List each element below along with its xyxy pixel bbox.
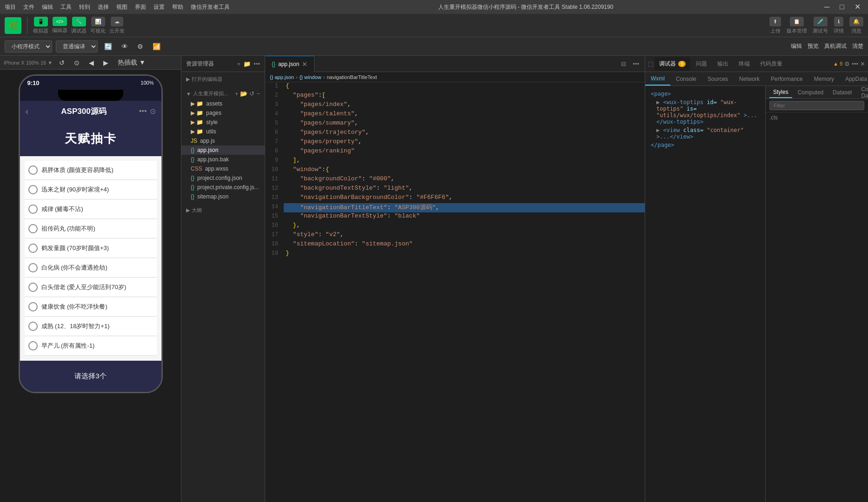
styles-tab-dataset[interactable]: Dataset bbox=[829, 87, 855, 98]
subtab-wxml[interactable]: Wxml bbox=[645, 73, 670, 86]
folder-assets[interactable]: ▶ 📁 assets bbox=[181, 99, 265, 108]
file-tree-actions[interactable]: + 📁 ••• bbox=[237, 60, 260, 67]
menu-item-settings[interactable]: 设置 bbox=[154, 3, 165, 11]
tab-realtest[interactable]: 真机调试 bbox=[824, 42, 847, 50]
file-app-json-bak[interactable]: {} app.json.bak bbox=[181, 155, 265, 164]
phone-radio-6[interactable] bbox=[28, 283, 38, 292]
message-button[interactable]: 🔔 bbox=[849, 17, 863, 26]
file-project-config[interactable]: {} project.config.json bbox=[181, 173, 265, 183]
devtools-tab-terminal[interactable]: 终端 bbox=[734, 57, 754, 71]
line-content[interactable]: "pages":[ bbox=[284, 92, 645, 101]
cloud-button[interactable]: ☁ bbox=[111, 17, 123, 26]
styles-tab-styles[interactable]: Styles bbox=[769, 87, 792, 98]
line-content[interactable]: "pages/ranking" bbox=[284, 147, 645, 157]
line-content[interactable]: "pages/index", bbox=[284, 101, 645, 110]
phone-radio-3[interactable] bbox=[28, 224, 38, 233]
phone-radio-8[interactable] bbox=[28, 322, 38, 331]
minimize-button[interactable]: ─ bbox=[821, 0, 832, 14]
simulator-section[interactable]: 📱 模拟器 bbox=[33, 17, 48, 34]
phone-radio-0[interactable] bbox=[28, 165, 38, 175]
folder-pages[interactable]: ▶ 📁 pages bbox=[181, 108, 265, 118]
devtools-settings-btn[interactable]: ⚙ bbox=[844, 60, 850, 67]
phone-forward-btn[interactable]: ▶ bbox=[100, 58, 111, 67]
phone-list-item[interactable]: 白头偕老 (爱人至少能活到70岁) bbox=[25, 278, 157, 297]
phone-home-circle[interactable]: ⊙ bbox=[150, 107, 156, 116]
phone-radio-4[interactable] bbox=[28, 244, 38, 253]
file-project-private[interactable]: {} project.private.config.js... bbox=[181, 183, 265, 192]
refresh-button[interactable]: 🔄 bbox=[101, 42, 115, 51]
visualize-section[interactable]: 📊 可视化 bbox=[90, 17, 106, 34]
phone-menu-dots[interactable]: ••• bbox=[139, 107, 147, 116]
phone-radio-5[interactable] bbox=[28, 263, 38, 272]
tab-compile[interactable]: 编辑 bbox=[791, 42, 802, 50]
tree-more-btn[interactable]: ••• bbox=[254, 60, 260, 67]
devtools-tab-output[interactable]: 输出 bbox=[713, 57, 733, 71]
file-app-json[interactable]: {} app.json bbox=[181, 145, 265, 155]
compile-select[interactable]: 普通编译 bbox=[56, 40, 98, 53]
menu-item-edit[interactable]: 编辑 bbox=[42, 3, 53, 11]
phone-radio-7[interactable] bbox=[28, 302, 38, 311]
menu-item-view[interactable]: 视图 bbox=[116, 3, 127, 11]
file-app-wxss[interactable]: CSS app.wxss bbox=[181, 164, 265, 173]
details-section[interactable]: ℹ 详情 bbox=[834, 17, 844, 34]
details-button[interactable]: ℹ bbox=[834, 17, 843, 26]
phone-radio-9[interactable] bbox=[28, 341, 38, 350]
phone-radio-1[interactable] bbox=[28, 185, 38, 194]
menu-item-select[interactable]: 选择 bbox=[98, 3, 109, 11]
devtools-more-btn[interactable]: ••• bbox=[852, 60, 858, 67]
test-section[interactable]: 🧪 测试号 bbox=[813, 17, 828, 34]
subtab-memory[interactable]: Memory bbox=[808, 73, 840, 85]
menu-bar[interactable]: 项目 文件 编辑 工具 转到 选择 视图 界面 设置 帮助 微信开发者工具 bbox=[5, 3, 230, 11]
menu-item-file[interactable]: 文件 bbox=[23, 3, 34, 11]
preview-button[interactable]: 👁 bbox=[119, 42, 131, 51]
menu-item-tool[interactable]: 工具 bbox=[60, 3, 72, 11]
version-section[interactable]: 📋 版本管理 bbox=[787, 17, 807, 34]
wxml-line-page-close[interactable]: </page> bbox=[649, 141, 761, 149]
line-content[interactable]: "navigationBarTextStyle": "black" bbox=[284, 212, 645, 222]
settings-icon-button[interactable]: ⚙ bbox=[134, 42, 146, 51]
version-button[interactable]: 📋 bbox=[790, 17, 804, 26]
line-content[interactable]: "pages/trajectory", bbox=[284, 129, 645, 138]
tab-preview[interactable]: 预览 bbox=[808, 42, 819, 50]
line-content[interactable]: "navigationBarBackgroundColor": "#F6F6F6… bbox=[284, 194, 645, 203]
wxml-line-page[interactable]: <page> bbox=[649, 90, 761, 98]
wifi-button[interactable]: 📶 bbox=[150, 42, 163, 51]
line-content[interactable]: { bbox=[284, 82, 645, 92]
wxml-line-toptips[interactable]: ▶ <wux-toptips id= "wux-toptips" is= "ut… bbox=[649, 98, 761, 126]
line-content[interactable]: "navigationBarTitleText": "ASP300源码", bbox=[284, 203, 645, 212]
phone-list-item[interactable]: 健康饮食 (你不吃洋快餐) bbox=[25, 297, 157, 317]
line-content[interactable]: "window":{ bbox=[284, 166, 645, 175]
phone-list-item[interactable]: 迅来之财 (90岁时家境+4) bbox=[25, 180, 157, 199]
phone-list-item[interactable]: 祖传药丸 (功能不明) bbox=[25, 219, 157, 238]
phone-list-item[interactable]: 鹤发童颜 (70岁时颜值+3) bbox=[25, 239, 157, 258]
wxml-line-view[interactable]: ▶ <view class= "container" >...</view> bbox=[649, 126, 761, 141]
phone-list-item[interactable]: 白化病 (你不会遭遇抢劫) bbox=[25, 258, 157, 277]
debugger-button[interactable]: 🔧 bbox=[72, 17, 86, 26]
visualize-button[interactable]: 📊 bbox=[91, 17, 105, 26]
cloud-section[interactable]: ☁ 云开发 bbox=[109, 17, 125, 34]
phone-radio-2[interactable] bbox=[28, 205, 38, 214]
tab-close-button[interactable]: ✕ bbox=[302, 60, 307, 68]
phone-list-item[interactable]: 早产儿 (所有属性-1) bbox=[25, 337, 157, 356]
new-folder-tree-btn[interactable]: 📂 bbox=[240, 90, 247, 97]
phone-home-btn[interactable]: ⊙ bbox=[71, 58, 82, 67]
message-section[interactable]: 🔔 消息 bbox=[849, 17, 863, 34]
menu-item-help[interactable]: 帮助 bbox=[172, 3, 183, 11]
new-file-tree-btn[interactable]: + bbox=[235, 90, 239, 97]
phone-list-item[interactable]: 易胖体质 (颜值更容易降低) bbox=[25, 161, 157, 180]
devtools-tab-debugger[interactable]: 调试器 9 bbox=[654, 57, 690, 71]
line-content[interactable]: } bbox=[284, 250, 645, 259]
line-content[interactable]: "backgroundColor": "#000", bbox=[284, 175, 645, 185]
menu-item-wechat[interactable]: 微信开发者工具 bbox=[191, 3, 230, 11]
phone-refresh-btn[interactable]: ↺ bbox=[56, 58, 67, 67]
tab-clear[interactable]: 清楚 bbox=[852, 42, 863, 50]
open-editors-header[interactable]: ▶ 打开的编辑器 bbox=[181, 74, 265, 85]
simulator-button[interactable]: 📱 bbox=[34, 17, 48, 26]
maximize-button[interactable]: □ bbox=[837, 0, 847, 14]
collapse-tree-btn[interactable]: − bbox=[256, 90, 260, 97]
debugger-section[interactable]: 🔧 调试器 bbox=[71, 17, 87, 34]
subtab-network[interactable]: Network bbox=[734, 73, 765, 85]
split-editor-btn[interactable]: ⊟ bbox=[619, 59, 628, 68]
new-file-btn[interactable]: + bbox=[237, 60, 241, 67]
subtab-console[interactable]: Console bbox=[670, 73, 702, 85]
